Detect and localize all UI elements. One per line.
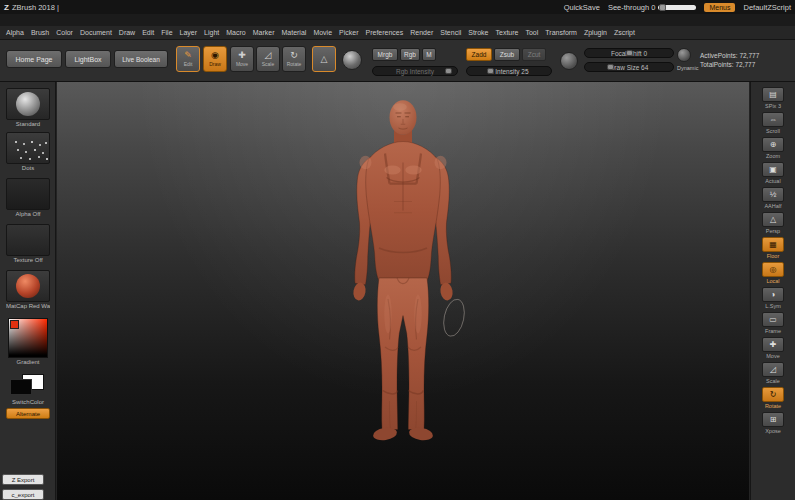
- material-sphere-icon[interactable]: [342, 50, 362, 70]
- scale-icon: ◿: [265, 51, 272, 60]
- rotate-mode-button[interactable]: ↻ Rotate: [282, 46, 306, 72]
- menu-draw[interactable]: Draw: [119, 29, 135, 36]
- current-material[interactable]: MatCap Red Wax: [6, 270, 50, 309]
- menu-stencil[interactable]: Stencil: [440, 29, 461, 36]
- local-pivot-button[interactable]: ◎ Local: [759, 262, 787, 284]
- menu-tool[interactable]: Tool: [525, 29, 538, 36]
- scale-mode-button[interactable]: ◿ Scale: [256, 46, 280, 72]
- switch-color[interactable]: SwitchColor: [6, 374, 50, 405]
- alternate-button[interactable]: Alternate: [6, 408, 50, 419]
- floor-grid-button[interactable]: ▦ Floor: [759, 237, 787, 259]
- zoom-button[interactable]: ⊕ Zoom: [759, 137, 787, 159]
- move-mode-button[interactable]: ✚ Move: [230, 46, 254, 72]
- rotate-view-button[interactable]: ↻ Rotate: [759, 387, 787, 409]
- top-shelf: Home Page LightBox Live Boolean ✎ Edit ◉…: [0, 40, 795, 82]
- menu-picker[interactable]: Picker: [339, 29, 358, 36]
- zbrush-logo-icon: Z: [4, 3, 9, 12]
- brush-thumbnail[interactable]: [6, 88, 50, 120]
- actual-size-button[interactable]: ▣ Actual: [759, 162, 787, 184]
- current-texture[interactable]: Texture Off: [6, 224, 50, 263]
- menu-material[interactable]: Material: [281, 29, 306, 36]
- texture-thumbnail[interactable]: [6, 224, 50, 256]
- aahalf-button[interactable]: ½ AAHalf: [759, 187, 787, 209]
- floor-grid-icon: ▦: [762, 237, 784, 252]
- dots-stroke-icon: [15, 141, 17, 143]
- m-button[interactable]: M: [422, 48, 436, 61]
- z-intensity-slider[interactable]: Z Intensity 25: [466, 66, 552, 76]
- quicksave-button[interactable]: QuickSave: [564, 3, 600, 12]
- current-stroke[interactable]: Dots: [6, 132, 50, 171]
- menu-macro[interactable]: Macro: [226, 29, 245, 36]
- material-thumbnail[interactable]: [6, 270, 50, 302]
- primary-color-swatch: [10, 379, 32, 395]
- local-symmetry-button[interactable]: ◑ L.Sym: [759, 287, 787, 309]
- lightbox-button[interactable]: LightBox: [65, 50, 111, 68]
- color-picker[interactable]: Gradient: [6, 318, 50, 365]
- menu-preferences[interactable]: Preferences: [366, 29, 404, 36]
- zcut-button[interactable]: Zcut: [522, 48, 546, 61]
- rgb-button[interactable]: Rgb: [400, 48, 420, 61]
- z-export-button[interactable]: Z Export: [2, 474, 44, 485]
- total-points: TotalPoints: 72,777: [700, 60, 759, 69]
- see-through-slider[interactable]: See-through 0: [608, 3, 697, 12]
- spix-slider[interactable]: ▤ SPix 3: [759, 87, 787, 109]
- current-brush[interactable]: Standard: [6, 88, 50, 127]
- draw-size-slider[interactable]: Draw Size 64: [584, 62, 674, 72]
- focal-shift-slider[interactable]: Focal Shift 0: [584, 48, 674, 58]
- color-picker-field[interactable]: [8, 318, 48, 358]
- rotate-view-icon: ↻: [762, 387, 784, 402]
- default-zscript-button[interactable]: DefaultZScript: [743, 3, 791, 12]
- menu-movie[interactable]: Movie: [313, 29, 332, 36]
- menu-alpha[interactable]: Alpha: [6, 29, 24, 36]
- document-canvas[interactable]: [57, 82, 749, 500]
- focal-shift-icon[interactable]: [560, 52, 578, 70]
- menu-light[interactable]: Light: [204, 29, 219, 36]
- perspective-button[interactable]: △ Persp: [759, 212, 787, 234]
- dynamic-draw-size-toggle[interactable]: Dynamic: [677, 65, 698, 71]
- zadd-button[interactable]: Zadd: [466, 48, 492, 61]
- menu-texture[interactable]: Texture: [495, 29, 518, 36]
- xpose-button[interactable]: ⊞ Xpose: [759, 412, 787, 434]
- switch-color-swatches[interactable]: [6, 374, 50, 398]
- draw-mode-button[interactable]: ◉ Draw: [203, 46, 227, 72]
- menu-file[interactable]: File: [161, 29, 172, 36]
- menu-zplugin[interactable]: Zplugin: [584, 29, 607, 36]
- current-alpha[interactable]: Alpha Off: [6, 178, 50, 217]
- scroll-button[interactable]: ⇔ Scroll: [759, 112, 787, 134]
- menu-edit[interactable]: Edit: [142, 29, 154, 36]
- spix-icon: ▤: [762, 87, 784, 102]
- draw-icon: ◉: [211, 51, 219, 60]
- menu-marker[interactable]: Marker: [253, 29, 275, 36]
- see-through-track[interactable]: [658, 5, 696, 10]
- brush-size-preview-icon[interactable]: [677, 48, 691, 62]
- home-page-button[interactable]: Home Page: [6, 50, 62, 68]
- mrgb-button[interactable]: Mrgb: [372, 48, 398, 61]
- scale-view-button[interactable]: ◿ Scale: [759, 362, 787, 384]
- menu-document[interactable]: Document: [80, 29, 112, 36]
- move-view-button[interactable]: ✚ Move: [759, 337, 787, 359]
- menus-toggle[interactable]: Menus: [704, 3, 735, 12]
- sculptris-pro-button[interactable]: △: [312, 46, 336, 72]
- menu-stroke[interactable]: Stroke: [468, 29, 488, 36]
- frame-button[interactable]: ▭ Frame: [759, 312, 787, 334]
- edit-mode-button[interactable]: ✎ Edit: [176, 46, 200, 72]
- points-readout: ActivePoints: 72,777 TotalPoints: 72,777: [700, 51, 759, 69]
- c-export-button[interactable]: c_export: [2, 489, 44, 500]
- matcap-red-wax-icon: [16, 274, 40, 298]
- rgb-intensity-slider[interactable]: Rgb Intensity: [372, 66, 458, 76]
- alpha-thumbnail[interactable]: [6, 178, 50, 210]
- menu-render[interactable]: Render: [410, 29, 433, 36]
- menu-color[interactable]: Color: [56, 29, 73, 36]
- menu-brush[interactable]: Brush: [31, 29, 49, 36]
- right-shelf: ▤ SPix 3 ⇔ Scroll ⊕ Zoom ▣ Actual ½ AAHa…: [750, 82, 795, 500]
- menu-layer[interactable]: Layer: [180, 29, 198, 36]
- zsub-button[interactable]: Zsub: [494, 48, 520, 61]
- menu-zscript[interactable]: Zscript: [614, 29, 635, 36]
- actual-size-icon: ▣: [762, 162, 784, 177]
- scale-view-icon: ◿: [762, 362, 784, 377]
- menu-transform[interactable]: Transform: [545, 29, 577, 36]
- live-boolean-button[interactable]: Live Boolean: [114, 50, 168, 68]
- stroke-thumbnail[interactable]: [6, 132, 50, 164]
- sculpt-model[interactable]: [321, 88, 486, 480]
- xpose-icon: ⊞: [762, 412, 784, 427]
